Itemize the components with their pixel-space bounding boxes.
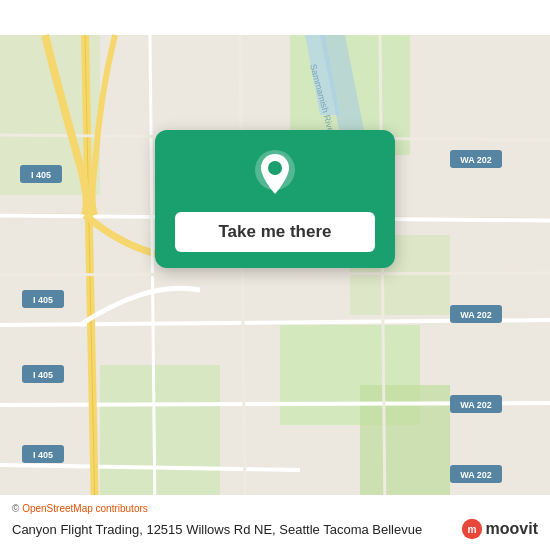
svg-text:I 405: I 405 xyxy=(31,170,51,180)
location-pin-icon xyxy=(248,148,302,202)
map-background: I 405 I 405 I 405 I 405 WA 202 WA 202 WA… xyxy=(0,0,550,550)
svg-point-40 xyxy=(268,161,282,175)
osm-link[interactable]: OpenStreetMap contributors xyxy=(22,503,148,514)
map-container: I 405 I 405 I 405 I 405 WA 202 WA 202 WA… xyxy=(0,0,550,550)
moovit-logo: m moovit xyxy=(461,518,538,540)
address-text: Canyon Flight Trading, 12515 Willows Rd … xyxy=(12,522,455,537)
address-line: Canyon Flight Trading, 12515 Willows Rd … xyxy=(12,518,538,540)
footer: © OpenStreetMap contributors Canyon Flig… xyxy=(0,495,550,550)
take-me-there-button[interactable]: Take me there xyxy=(175,212,375,252)
svg-text:WA 202: WA 202 xyxy=(460,310,492,320)
svg-text:I 405: I 405 xyxy=(33,370,53,380)
moovit-brand-text: moovit xyxy=(486,520,538,538)
copyright-symbol: © xyxy=(12,503,19,514)
svg-text:I 405: I 405 xyxy=(33,295,53,305)
svg-text:I 405: I 405 xyxy=(33,450,53,460)
svg-text:WA 202: WA 202 xyxy=(460,400,492,410)
svg-text:WA 202: WA 202 xyxy=(460,155,492,165)
svg-text:m: m xyxy=(467,524,476,535)
svg-line-37 xyxy=(0,273,550,275)
svg-text:WA 202: WA 202 xyxy=(460,470,492,480)
action-card: Take me there xyxy=(155,130,395,268)
moovit-icon: m xyxy=(461,518,483,540)
svg-rect-7 xyxy=(100,365,220,515)
osm-credit: © OpenStreetMap contributors xyxy=(12,503,538,514)
